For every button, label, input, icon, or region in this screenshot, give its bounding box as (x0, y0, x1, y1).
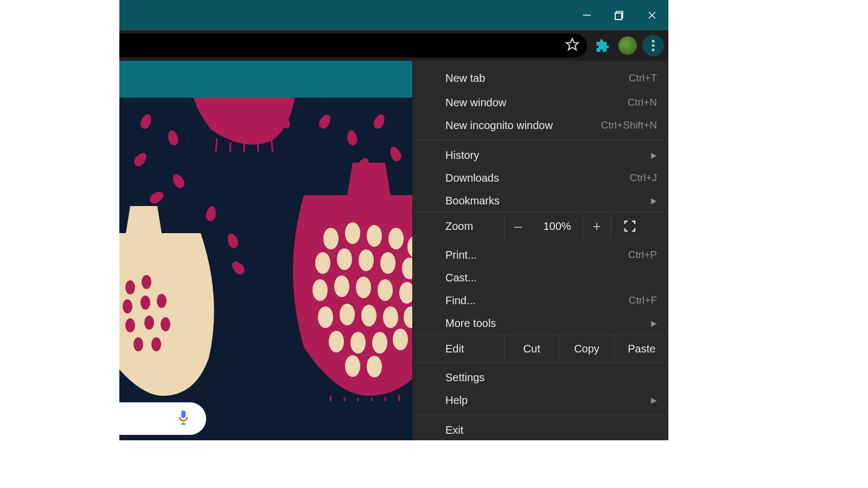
edit-label: Edit (413, 343, 504, 355)
svg-point-43 (372, 332, 387, 354)
zoom-label: Zoom (413, 220, 504, 233)
svg-point-32 (356, 277, 371, 298)
theme-background (119, 98, 412, 440)
star-icon[interactable] (565, 37, 579, 54)
svg-line-64 (230, 142, 231, 152)
svg-point-58 (125, 318, 135, 332)
svg-point-55 (123, 299, 132, 313)
svg-point-22 (367, 225, 382, 247)
omnibox[interactable] (119, 34, 587, 57)
svg-point-56 (141, 296, 150, 310)
svg-point-23 (388, 228, 404, 249)
edit-copy-button[interactable]: Copy (559, 335, 614, 362)
edit-cut-button[interactable]: Cut (504, 335, 559, 362)
svg-point-39 (383, 306, 398, 328)
pomegranate-illustration-2 (119, 206, 217, 401)
svg-line-48 (344, 397, 344, 401)
svg-point-44 (393, 329, 408, 350)
menu-item-find[interactable]: Find...Ctrl+F (413, 289, 668, 312)
svg-point-45 (345, 355, 360, 377)
menu-item-history[interactable]: History▶ (413, 144, 668, 166)
chevron-right-icon: ▶ (651, 151, 657, 159)
fullscreen-button[interactable] (610, 213, 649, 240)
minimize-button[interactable] (571, 0, 603, 30)
svg-point-31 (334, 275, 349, 297)
svg-point-25 (315, 252, 330, 274)
svg-point-20 (323, 228, 339, 249)
chevron-right-icon: ▶ (651, 196, 657, 205)
svg-marker-6 (566, 38, 578, 50)
edit-paste-button[interactable]: Paste (614, 335, 668, 362)
menu-item-new-incognito[interactable]: New incognito windowCtrl+Shift+N (413, 114, 668, 137)
svg-point-53 (125, 280, 135, 294)
svg-line-51 (385, 397, 386, 401)
zoom-out-button[interactable]: – (504, 213, 532, 240)
more-menu-button[interactable] (642, 35, 664, 56)
extensions-icon[interactable] (590, 33, 615, 58)
page-header-strip (119, 61, 412, 98)
svg-point-28 (380, 252, 395, 274)
page-content (119, 61, 412, 440)
menu-item-downloads[interactable]: DownloadsCtrl+J (413, 166, 668, 189)
svg-line-63 (216, 138, 217, 152)
menu-item-print[interactable]: Print...Ctrl+P (413, 240, 668, 266)
microphone-icon[interactable] (177, 409, 190, 428)
svg-point-9 (652, 49, 655, 52)
profile-avatar[interactable] (615, 33, 640, 58)
maximize-button[interactable] (603, 0, 636, 30)
svg-point-8 (652, 44, 655, 47)
menu-item-bookmarks[interactable]: Bookmarks▶ (413, 189, 668, 212)
svg-point-33 (378, 279, 393, 301)
svg-point-60 (161, 317, 170, 331)
svg-line-47 (330, 396, 331, 401)
svg-point-62 (151, 337, 161, 351)
svg-point-57 (157, 294, 167, 308)
menu-separator (413, 140, 668, 140)
svg-point-42 (350, 332, 366, 354)
zoom-value: 100% (532, 220, 583, 233)
svg-point-54 (142, 275, 151, 289)
browser-window: New tabCtrl+T New windowCtrl+N New incog… (119, 0, 668, 440)
pomegranate-illustration (271, 163, 412, 401)
svg-point-38 (361, 305, 376, 326)
svg-point-59 (144, 316, 154, 330)
menu-item-new-window[interactable]: New windowCtrl+N (413, 91, 668, 114)
menu-separator (413, 415, 668, 415)
svg-point-36 (318, 306, 333, 328)
search-pill[interactable] (119, 402, 206, 435)
svg-line-50 (372, 398, 372, 401)
svg-point-61 (133, 337, 143, 351)
chevron-right-icon: ▶ (651, 396, 657, 404)
chevron-right-icon: ▶ (651, 319, 657, 328)
svg-point-46 (367, 356, 382, 377)
chrome-menu: New tabCtrl+T New windowCtrl+N New incog… (412, 61, 668, 440)
svg-point-21 (345, 222, 360, 244)
menu-edit-row: Edit Cut Copy Paste (413, 335, 668, 363)
avatar-icon (618, 36, 637, 55)
titlebar (119, 0, 668, 30)
zoom-in-button[interactable]: + (583, 213, 610, 240)
toolbar (119, 30, 668, 61)
close-button[interactable] (636, 0, 668, 30)
svg-point-7 (652, 40, 655, 43)
menu-item-settings[interactable]: Settings (413, 363, 668, 389)
svg-point-30 (312, 279, 328, 301)
svg-line-52 (399, 395, 400, 401)
svg-line-67 (271, 139, 273, 152)
svg-rect-68 (181, 410, 186, 418)
kebab-icon (652, 40, 655, 52)
menu-item-new-tab[interactable]: New tabCtrl+T (413, 61, 668, 91)
menu-item-exit[interactable]: Exit (413, 419, 668, 440)
fullscreen-icon (624, 220, 636, 232)
menu-item-more-tools[interactable]: More tools▶ (413, 312, 668, 335)
svg-point-41 (329, 331, 344, 352)
menu-item-help[interactable]: Help▶ (413, 389, 668, 412)
menu-zoom-row: Zoom – 100% + (413, 212, 668, 240)
svg-point-26 (337, 248, 352, 270)
svg-point-37 (340, 304, 355, 325)
svg-rect-2 (615, 13, 622, 20)
menu-item-cast[interactable]: Cast... (413, 266, 668, 289)
svg-point-27 (359, 249, 374, 271)
